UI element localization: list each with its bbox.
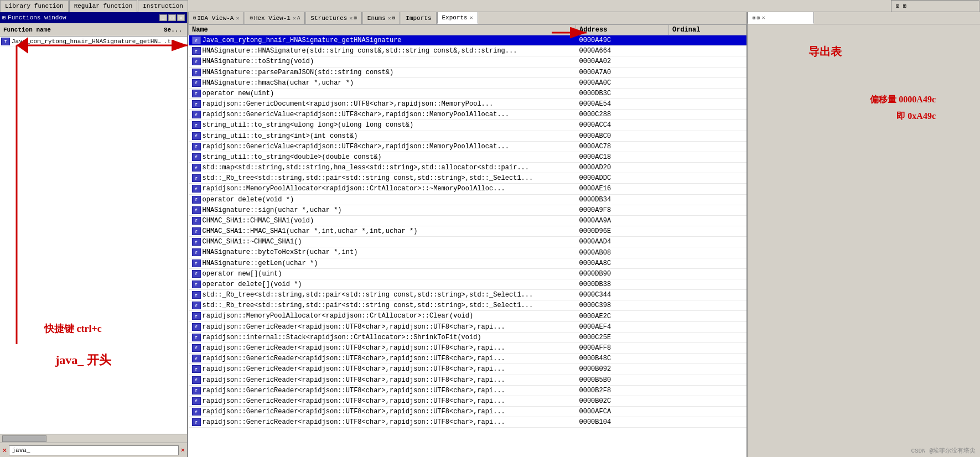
tab-instruction[interactable]: Instruction (138, 0, 188, 12)
row-funcname-10: rapidjson::GenericValue<rapidjson::UTF8<… (203, 143, 510, 150)
search-clear-icon[interactable]: ✕ (181, 446, 185, 454)
table-row-0[interactable]: fJava_com_rytong_hnair_HNASignature_getH… (189, 35, 746, 46)
table-row-8[interactable]: fstring_util::to_string<ulong long>(ulon… (189, 120, 746, 131)
cell-address-14: 0000AE16 (576, 184, 669, 194)
table-row-2[interactable]: fHNASignature::toString(void)0000AA02 (189, 56, 746, 67)
tab-structures-close[interactable]: ✕ (349, 15, 352, 22)
functions-list[interactable]: f Java_com_rytong_hnair_HNASignature_get… (0, 37, 187, 434)
tab-right-close[interactable]: ✕ (762, 14, 765, 21)
row-icon-1: f (192, 47, 201, 55)
tab-right-empty[interactable]: ⊠ ⊞ (891, 0, 979, 12)
table-row-30[interactable]: frapidjson::GenericReader<rapidjson::UTF… (189, 354, 746, 364)
table-row-36[interactable]: frapidjson::GenericReader<rapidjson::UTF… (189, 417, 746, 428)
table-row-6[interactable]: frapidjson::GenericDocument<rapidjson::U… (189, 99, 746, 110)
table-row-23[interactable]: foperator delete[](void *)0000DB38 (189, 279, 746, 289)
table-row-22[interactable]: foperator new[](uint)0000DB90 (189, 268, 746, 279)
function-row-0[interactable]: f Java_com_rytong_hnair_HNASignature_get… (0, 37, 187, 46)
cell-address-31: 0000B092 (576, 364, 669, 375)
search-cancel-icon[interactable]: ✕ (2, 445, 7, 455)
table-row-26[interactable]: frapidjson::MemoryPoolAllocator<rapidjso… (189, 311, 746, 321)
cell-name-19: fCHMAC_SHA1::~CHMAC_SHA1() (189, 237, 576, 247)
cell-ordinal-21 (669, 258, 746, 268)
table-row-7[interactable]: frapidjson::GenericValue<rapidjson::UTF8… (189, 110, 746, 120)
row-funcname-22: operator new[](uint) (203, 270, 282, 278)
row-icon-8: f (192, 121, 201, 129)
table-row-1[interactable]: fHNASignature::HNASignature(std::string … (189, 46, 746, 56)
minimize-button[interactable]: _ (159, 14, 167, 21)
cell-address-5: 0000DB3C (576, 88, 669, 98)
table-row-5[interactable]: foperator new(uint)0000DB3C (189, 88, 746, 98)
table-row-12[interactable]: fstd::map<std::string,std::string,hna_le… (189, 163, 746, 173)
row-funcname-35: rapidjson::GenericReader<rapidjson::UTF8… (203, 408, 505, 416)
table-row-27[interactable]: frapidjson::GenericReader<rapidjson::UTF… (189, 321, 746, 332)
tab-regular-function[interactable]: Regular function (69, 0, 138, 12)
table-row-18[interactable]: fCHMAC_SHA1::HMAC_SHA1(uchar *,int,uchar… (189, 226, 746, 237)
cell-ordinal-30 (669, 354, 746, 364)
cell-name-23: foperator delete[](void *) (189, 279, 576, 289)
tab-instruction-label: Instruction (143, 3, 183, 9)
row-icon-4: f (192, 79, 201, 87)
tab-hex-view[interactable]: ⊠ Hex View-1 ✕ A (245, 12, 305, 24)
table-row-21[interactable]: fHNASignature::getLen(uchar *)0000AA8C (189, 258, 746, 268)
table-row-14[interactable]: frapidjson::MemoryPoolAllocator<rapidjso… (189, 184, 746, 194)
col-seg-header: Se... (164, 27, 186, 33)
exports-table-container[interactable]: Name Address Ordinal fJava_com_rytong_hn… (188, 24, 746, 457)
search-input[interactable] (9, 445, 178, 455)
table-row-33[interactable]: frapidjson::GenericReader<rapidjson::UTF… (189, 385, 746, 396)
cell-name-20: fHNASignature::byteToHexStr(uchar *,int) (189, 247, 576, 258)
table-row-9[interactable]: fstring_util::to_string<int>(int const&)… (189, 131, 746, 141)
tab-enums-close[interactable]: ✕ (388, 15, 391, 22)
table-row-28[interactable]: frapidjson::internal::Stack<rapidjson::C… (189, 332, 746, 342)
cell-address-27: 0000AEF4 (576, 321, 669, 332)
table-row-31[interactable]: frapidjson::GenericReader<rapidjson::UTF… (189, 364, 746, 375)
tab-right-main[interactable]: ⊠ ⊞ ✕ (748, 12, 814, 24)
cell-ordinal-20 (669, 247, 746, 258)
functions-scrollbar[interactable] (0, 434, 187, 443)
cell-ordinal-14 (669, 184, 746, 194)
cell-ordinal-8 (669, 120, 746, 131)
tab-enums[interactable]: Enums ✕ ⊠ (362, 12, 400, 24)
table-row-20[interactable]: fHNASignature::byteToHexStr(uchar *,int)… (189, 247, 746, 258)
close-button[interactable]: ✕ (177, 14, 185, 21)
tab-exports[interactable]: Exports ✕ (437, 12, 478, 24)
tab-ida-view[interactable]: ⊠ IDA View-A ✕ (188, 12, 244, 24)
tab-library-function[interactable]: Library function (0, 0, 69, 12)
table-row-4[interactable]: fHNASignature::hmacSha(uchar *,uchar *)0… (189, 77, 746, 88)
table-row-3[interactable]: fHNASignature::parseParamJSON(std::strin… (189, 67, 746, 77)
tab-imports[interactable]: Imports (401, 12, 436, 24)
row-icon-28: f (192, 334, 201, 341)
tab-exports-close[interactable]: ✕ (470, 14, 473, 21)
cell-address-6: 0000AE54 (576, 99, 669, 110)
table-row-13[interactable]: fstd::_Rb_tree<std::string,std::pair<std… (189, 173, 746, 184)
table-row-15[interactable]: foperator delete(void *)0000DB34 (189, 194, 746, 205)
table-row-34[interactable]: frapidjson::GenericReader<rapidjson::UTF… (189, 396, 746, 406)
col-header-address: Address (576, 25, 669, 35)
tab-hex-view-close[interactable]: ✕ (293, 15, 296, 22)
maximize-button[interactable]: □ (168, 14, 176, 21)
tab-ida-view-close[interactable]: ✕ (236, 15, 239, 22)
tab-structures[interactable]: Structures ✕ ⊞ (305, 12, 361, 24)
functions-window-title: Functions window (8, 14, 66, 21)
row-funcname-36: rapidjson::GenericReader<rapidjson::UTF8… (203, 418, 505, 426)
table-row-17[interactable]: fCHMAC_SHA1::CHMAC_SHA1(void)0000AA9A (189, 215, 746, 226)
table-row-32[interactable]: frapidjson::GenericReader<rapidjson::UTF… (189, 375, 746, 385)
table-row-11[interactable]: fstring_util::to_string<double>(double c… (189, 152, 746, 162)
cell-name-28: frapidjson::internal::Stack<rapidjson::C… (189, 332, 576, 342)
row-icon-15: f (192, 196, 201, 204)
table-row-25[interactable]: fstd::_Rb_tree<std::string,std::pair<std… (189, 300, 746, 311)
table-row-24[interactable]: fstd::_Rb_tree<std::string,std::pair<std… (189, 290, 746, 300)
table-row-10[interactable]: frapidjson::GenericValue<rapidjson::UTF8… (189, 141, 746, 152)
top-tab-bar: Library function Regular function Instru… (0, 0, 980, 12)
scrollbar-thumb[interactable] (2, 435, 46, 442)
row-funcname-20: HNASignature::byteToHexStr(uchar *,int) (203, 249, 358, 257)
table-row-19[interactable]: fCHMAC_SHA1::~CHMAC_SHA1()0000AAD4 (189, 237, 746, 247)
table-row-35[interactable]: frapidjson::GenericReader<rapidjson::UTF… (189, 407, 746, 417)
row-icon-6: f (192, 100, 201, 108)
row-funcname-31: rapidjson::GenericReader<rapidjson::UTF8… (203, 366, 505, 373)
cell-name-29: frapidjson::GenericReader<rapidjson::UTF… (189, 342, 576, 353)
cell-ordinal-5 (669, 88, 746, 98)
table-row-16[interactable]: fHNASignature::sign(uchar *,uchar *)0000… (189, 205, 746, 215)
cell-ordinal-31 (669, 364, 746, 375)
cell-ordinal-6 (669, 99, 746, 110)
table-row-29[interactable]: frapidjson::GenericReader<rapidjson::UTF… (189, 342, 746, 353)
